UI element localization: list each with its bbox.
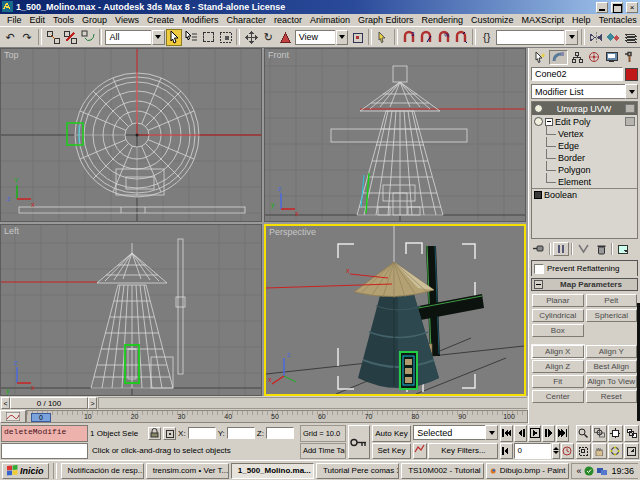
planar-button[interactable]: Planar [532, 294, 584, 307]
stack-subobject-item[interactable]: Element [532, 176, 637, 188]
mirror-icon[interactable] [588, 29, 604, 46]
remove-modifier-icon[interactable] [593, 242, 609, 256]
pin-stack-icon[interactable] [531, 242, 547, 256]
map-parameters-rollout[interactable]: Map Parameters [531, 278, 638, 291]
taskbar-task-button[interactable]: 1_500_Molino.ma... [231, 463, 314, 479]
cylindrical-button[interactable]: Cylindrical [532, 309, 584, 322]
object-name-field[interactable]: Cone02 [531, 67, 623, 81]
menu-item[interactable]: MAXScript [518, 15, 569, 25]
play-animation-icon[interactable] [528, 425, 541, 442]
create-tab-icon[interactable] [531, 50, 549, 65]
menu-item[interactable]: Tentacles [595, 15, 640, 25]
next-frame-arrow[interactable]: > [88, 397, 97, 409]
menu-item[interactable]: Character [222, 15, 270, 25]
z-coordinate-field[interactable] [266, 427, 294, 439]
edit-named-selections-icon[interactable]: {} [479, 29, 495, 46]
taskbar-task-button[interactable]: Dibujo.bmp - Paint [486, 463, 569, 479]
menu-item[interactable]: Group [78, 15, 111, 25]
go-to-start-icon[interactable] [500, 425, 513, 442]
menu-item[interactable]: Help [568, 15, 595, 25]
align-x-button[interactable]: Align X [532, 345, 584, 358]
display-tab-icon[interactable] [603, 50, 621, 65]
named-selection-dropdown[interactable] [496, 30, 565, 45]
tray-network-icon[interactable] [597, 466, 608, 476]
current-frame-field[interactable]: 0 [514, 443, 550, 460]
layer-manager-icon[interactable] [622, 29, 638, 46]
undo-icon[interactable]: ↶ [2, 29, 18, 46]
zoom-extents-icon[interactable] [608, 425, 623, 442]
selection-filter-dropdown[interactable]: All [105, 30, 151, 45]
zoom-icon[interactable] [576, 425, 591, 442]
object-color-swatch[interactable] [625, 68, 638, 81]
coord-system-arrow[interactable] [336, 30, 348, 45]
viewport-left[interactable]: Left [0, 224, 262, 396]
time-slider-handle[interactable]: 0 / 100 [10, 397, 88, 409]
selection-lock-icon[interactable] [148, 427, 161, 440]
use-pivot-center-icon[interactable] [349, 29, 365, 46]
set-key-mode-button[interactable] [348, 425, 370, 459]
menu-item[interactable]: Graph Editors [354, 15, 418, 25]
viewport-top[interactable]: Top [0, 48, 262, 222]
show-end-result-icon[interactable] [553, 242, 569, 256]
box-button[interactable]: Box [532, 324, 584, 337]
redo-icon[interactable]: ↷ [19, 29, 35, 46]
reference-coordinate-dropdown[interactable]: View [295, 30, 335, 45]
close-button[interactable]: × [626, 2, 638, 13]
default-in-out-tangent-icon[interactable] [413, 443, 427, 460]
align-z-button[interactable]: Align Z [532, 360, 584, 373]
stack-item-toggle-box[interactable] [625, 117, 635, 126]
stack-item-unwrap-uvw[interactable]: Unwrap UVW [532, 102, 637, 115]
previous-frame-arrow[interactable]: < [1, 397, 10, 409]
menu-item[interactable]: Rendering [418, 15, 468, 25]
percent-snap-icon[interactable]: % [435, 29, 451, 46]
modify-tab-icon[interactable] [549, 50, 569, 65]
x-coordinate-field[interactable] [188, 427, 216, 439]
track-bar-ruler[interactable]: 0102030405060708090100 [26, 410, 528, 423]
configure-modifier-sets-icon[interactable] [615, 242, 631, 256]
previous-frame-icon[interactable] [514, 425, 527, 442]
rectangular-selection-region-icon[interactable] [200, 29, 216, 46]
auto-key-button[interactable]: Auto Key [372, 425, 412, 442]
tray-antivirus-icon[interactable] [584, 466, 594, 476]
unlink-selection-icon[interactable] [62, 29, 78, 46]
menu-item[interactable]: Customize [467, 15, 518, 25]
menu-item[interactable]: Create [143, 15, 178, 25]
select-and-link-icon[interactable] [45, 29, 61, 46]
stack-item-toggle-box[interactable] [625, 104, 635, 113]
spinner-snap-icon[interactable] [453, 29, 469, 46]
menu-item[interactable]: Modifiers [178, 15, 223, 25]
mini-curve-editor-button[interactable] [0, 410, 26, 423]
reset-button[interactable]: Reset [586, 390, 638, 403]
selection-set-arrow[interactable] [485, 425, 498, 440]
pan-hand-icon[interactable] [592, 443, 607, 460]
pelt-button[interactable]: Pelt [586, 294, 638, 307]
viewport-top-label[interactable]: Top [4, 50, 19, 60]
taskbar-task-button[interactable]: Tutorial Pere comas 3d [316, 463, 399, 479]
selection-filter-arrow[interactable] [152, 30, 164, 45]
select-and-rotate-icon[interactable]: ↻ [260, 29, 276, 46]
taskbar-task-button[interactable]: trensim.com • Ver T... [146, 463, 229, 479]
motion-tab-icon[interactable] [586, 50, 604, 65]
zoom-extents-all-icon[interactable] [624, 425, 639, 442]
selection-set-dropdown[interactable]: Selected [413, 425, 485, 440]
select-by-name-icon[interactable] [183, 29, 199, 46]
viewport-front[interactable]: Front [264, 48, 526, 222]
prevent-reflattening-checkbox[interactable] [534, 264, 544, 274]
menu-item[interactable]: Edit [26, 15, 50, 25]
taskbar-clock[interactable]: 19:36 [611, 466, 634, 476]
snaps-toggle-icon[interactable]: 3 [401, 29, 417, 46]
time-slider-track[interactable] [98, 397, 527, 409]
frame-spinner[interactable] [552, 443, 560, 460]
best-align-button[interactable]: Best Align [586, 360, 638, 373]
select-object-icon[interactable] [166, 29, 182, 46]
rollout-collapse-icon[interactable] [534, 280, 543, 289]
menu-item[interactable]: Animation [306, 15, 354, 25]
modifier-enabled-bulb-icon[interactable] [534, 117, 543, 126]
align-icon[interactable] [605, 29, 621, 46]
align-y-button[interactable]: Align Y [586, 345, 638, 358]
maximize-button[interactable] [611, 2, 623, 13]
align-to-view-button[interactable]: Align To View [586, 375, 638, 388]
y-coordinate-field[interactable] [227, 427, 255, 439]
viewport-perspective-label[interactable]: Perspective [269, 227, 316, 237]
spherical-button[interactable]: Spherical [586, 309, 638, 322]
